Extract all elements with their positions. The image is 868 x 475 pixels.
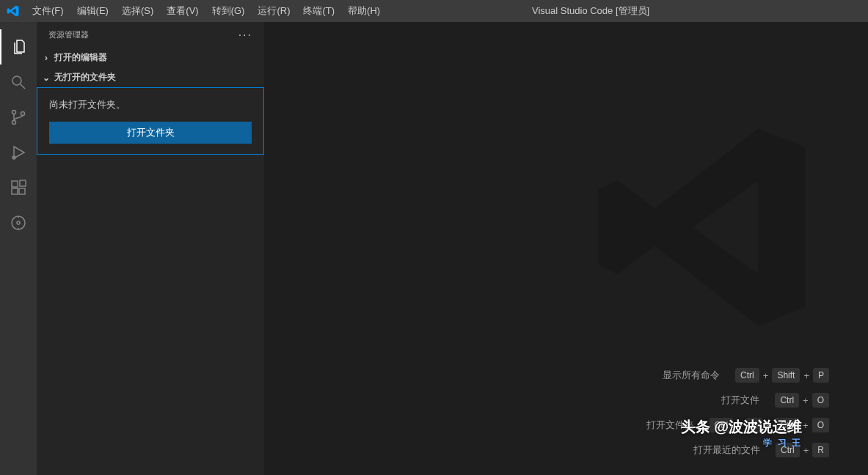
- sidebar-header: 资源管理器 ···: [37, 22, 264, 48]
- activity-search[interactable]: [0, 65, 37, 100]
- svg-point-10: [12, 216, 25, 229]
- svg-point-0: [12, 76, 21, 85]
- shortcut-key: O: [812, 418, 829, 432]
- debug-icon: [10, 144, 27, 161]
- overlay-watermark: 头条 @波波说运维 学 习 王: [681, 417, 802, 449]
- activity-bar: [0, 22, 37, 475]
- overlay-sub: 学 习 王: [681, 437, 802, 449]
- open-folder-button[interactable]: 打开文件夹: [49, 122, 252, 144]
- activity-source-control[interactable]: [0, 100, 37, 135]
- section-open-editors[interactable]: › 打开的编辑器: [37, 48, 264, 67]
- svg-point-3: [12, 121, 16, 125]
- svg-point-2: [12, 111, 16, 114]
- plus-separator: +: [803, 395, 809, 406]
- section-no-folder[interactable]: ⌄ 无打开的文件夹: [37, 67, 264, 87]
- no-folder-message: 尚未打开文件夹。: [49, 98, 252, 111]
- shortcut-key: R: [812, 443, 829, 457]
- sidebar-explorer: 资源管理器 ··· › 打开的编辑器 ⌄ 无打开的文件夹 尚未打开文件夹。 打开…: [37, 22, 264, 475]
- activity-run-debug[interactable]: [0, 135, 37, 170]
- shortcut-label: 显示所有命令: [663, 369, 720, 382]
- svg-rect-7: [12, 188, 18, 194]
- activity-explorer[interactable]: [0, 29, 37, 65]
- shortcut-key: Ctrl: [775, 393, 799, 408]
- shortcut-label: 打开文件: [721, 394, 759, 407]
- chevron-down-icon: ⌄: [41, 73, 51, 83]
- shortcut-key: P: [813, 368, 829, 383]
- vscode-watermark-icon: [589, 110, 824, 347]
- shortcut-key: Ctrl: [735, 368, 759, 383]
- svg-rect-6: [12, 181, 18, 187]
- titlebar: 文件(F) 编辑(E) 选择(S) 查看(V) 转到(G) 运行(R) 终端(T…: [0, 0, 868, 22]
- window-title: Visual Studio Code [管理员]: [387, 4, 868, 18]
- menu-terminal[interactable]: 终端(T): [296, 0, 341, 22]
- shortcut-row: 打开文件Ctrl+O: [646, 393, 831, 408]
- svg-point-4: [21, 112, 25, 116]
- svg-rect-8: [19, 188, 25, 194]
- vscode-logo-icon: [0, 4, 26, 18]
- section-open-editors-label: 打开的编辑器: [54, 51, 107, 64]
- menu-selection[interactable]: 选择(S): [115, 0, 160, 22]
- svg-point-11: [17, 221, 20, 224]
- chevron-right-icon: ›: [41, 53, 51, 63]
- shortcut-key: O: [812, 393, 829, 408]
- files-icon: [10, 38, 28, 56]
- shortcut-row: 显示所有命令Ctrl+Shift+P: [646, 368, 831, 383]
- overlay-main: 头条 @波波说运维: [681, 419, 802, 435]
- no-folder-panel: 尚未打开文件夹。 打开文件夹: [37, 87, 264, 155]
- plus-separator: +: [803, 420, 809, 431]
- svg-line-1: [21, 84, 25, 89]
- editor-area: 显示所有命令Ctrl+Shift+P打开文件Ctrl+O打开文件夹Ctrl+K+…: [264, 22, 868, 475]
- svg-rect-9: [20, 180, 26, 186]
- branch-icon: [10, 108, 27, 126]
- activity-extensions[interactable]: [0, 170, 37, 205]
- activity-remote[interactable]: [0, 205, 37, 240]
- plus-separator: +: [803, 370, 809, 381]
- shortcut-key: Shift: [772, 368, 800, 383]
- menu-edit[interactable]: 编辑(E): [70, 0, 115, 22]
- menu-file[interactable]: 文件(F): [26, 0, 70, 22]
- search-icon: [10, 73, 27, 91]
- section-no-folder-label: 无打开的文件夹: [54, 71, 116, 84]
- menu-view[interactable]: 查看(V): [160, 0, 205, 22]
- sidebar-more-icon[interactable]: ···: [238, 29, 252, 42]
- extensions-icon: [10, 179, 27, 196]
- plus-separator: +: [803, 445, 809, 456]
- menu-run[interactable]: 运行(R): [251, 0, 296, 22]
- menu-help[interactable]: 帮助(H): [341, 0, 387, 22]
- menu-bar: 文件(F) 编辑(E) 选择(S) 查看(V) 转到(G) 运行(R) 终端(T…: [26, 0, 387, 22]
- plus-separator: +: [763, 370, 769, 381]
- remote-icon: [10, 214, 27, 232]
- menu-go[interactable]: 转到(G): [205, 0, 252, 22]
- sidebar-title: 资源管理器: [48, 29, 89, 40]
